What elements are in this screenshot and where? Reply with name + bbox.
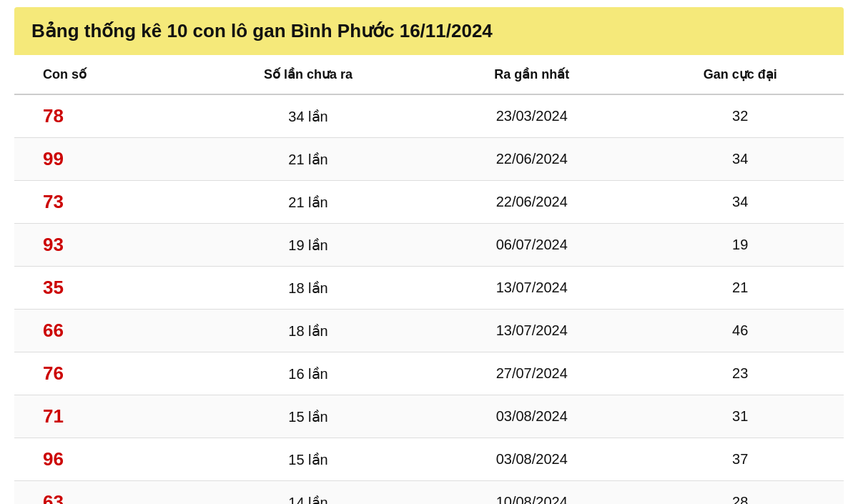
cell-ra-gan: 27/07/2024 [427, 352, 636, 395]
cell-gan-cuc-dai: 46 [636, 310, 844, 352]
table-body: 7834 lần23/03/2024329921 lần22/06/202434… [14, 94, 844, 504]
cell-gan-cuc-dai: 28 [636, 481, 844, 505]
cell-so-lan: 15 lần [189, 395, 427, 438]
cell-ra-gan: 03/08/2024 [427, 438, 636, 481]
table-row: 9615 lần03/08/202437 [14, 438, 844, 481]
cell-gan-cuc-dai: 21 [636, 267, 844, 310]
cell-con-so: 78 [14, 94, 189, 138]
cell-ra-gan: 22/06/2024 [427, 138, 636, 181]
con-so-value: 35 [43, 277, 64, 298]
cell-ra-gan: 22/06/2024 [427, 181, 636, 224]
con-so-value: 71 [43, 405, 64, 427]
cell-so-lan: 18 lần [189, 267, 427, 310]
cell-ra-gan: 13/07/2024 [427, 310, 636, 352]
cell-ra-gan: 13/07/2024 [427, 267, 636, 310]
con-so-value: 63 [43, 491, 64, 504]
header-gan-cuc-dai: Gan cực đại [636, 55, 844, 94]
cell-so-lan: 16 lần [189, 352, 427, 395]
con-so-value: 99 [43, 148, 64, 169]
table-row: 6314 lần10/08/202428 [14, 481, 844, 505]
cell-gan-cuc-dai: 32 [636, 94, 844, 138]
cell-con-so: 73 [14, 181, 189, 224]
con-so-value: 96 [43, 448, 64, 470]
cell-gan-cuc-dai: 31 [636, 395, 844, 438]
cell-so-lan: 14 lần [189, 481, 427, 505]
cell-gan-cuc-dai: 34 [636, 138, 844, 181]
cell-so-lan: 21 lần [189, 138, 427, 181]
table-header-row: Con số Số lần chưa ra Ra gần nhất Gan cự… [14, 55, 844, 94]
con-so-value: 66 [43, 320, 64, 341]
cell-con-so: 35 [14, 267, 189, 310]
main-container: Bảng thống kê 10 con lô gan Bình Phước 1… [14, 7, 844, 504]
cell-ra-gan: 03/08/2024 [427, 395, 636, 438]
cell-con-so: 96 [14, 438, 189, 481]
cell-gan-cuc-dai: 37 [636, 438, 844, 481]
cell-con-so: 71 [14, 395, 189, 438]
cell-so-lan: 15 lần [189, 438, 427, 481]
table-row: 7321 lần22/06/202434 [14, 181, 844, 224]
cell-gan-cuc-dai: 23 [636, 352, 844, 395]
table-row: 7616 lần27/07/202423 [14, 352, 844, 395]
cell-con-so: 76 [14, 352, 189, 395]
cell-so-lan: 19 lần [189, 224, 427, 267]
cell-so-lan: 18 lần [189, 310, 427, 352]
cell-ra-gan: 10/08/2024 [427, 481, 636, 505]
cell-ra-gan: 06/07/2024 [427, 224, 636, 267]
cell-con-so: 93 [14, 224, 189, 267]
table-row: 9319 lần06/07/202419 [14, 224, 844, 267]
stats-table: Con số Số lần chưa ra Ra gần nhất Gan cự… [14, 55, 844, 504]
cell-so-lan: 21 lần [189, 181, 427, 224]
cell-gan-cuc-dai: 19 [636, 224, 844, 267]
con-so-value: 76 [43, 362, 64, 384]
header-ra-gan: Ra gần nhất [427, 55, 636, 94]
header-so-lan: Số lần chưa ra [189, 55, 427, 94]
cell-con-so: 66 [14, 310, 189, 352]
table-row: 7115 lần03/08/202431 [14, 395, 844, 438]
page-title: Bảng thống kê 10 con lô gan Bình Phước 1… [14, 7, 844, 55]
con-so-value: 73 [43, 191, 64, 212]
con-so-value: 78 [43, 105, 64, 127]
table-row: 7834 lần23/03/202432 [14, 94, 844, 138]
table-row: 3518 lần13/07/202421 [14, 267, 844, 310]
cell-con-so: 63 [14, 481, 189, 505]
cell-con-so: 99 [14, 138, 189, 181]
cell-gan-cuc-dai: 34 [636, 181, 844, 224]
cell-so-lan: 34 lần [189, 94, 427, 138]
header-con-so: Con số [14, 55, 189, 94]
table-row: 6618 lần13/07/202446 [14, 310, 844, 352]
con-so-value: 93 [43, 234, 64, 255]
cell-ra-gan: 23/03/2024 [427, 94, 636, 138]
table-row: 9921 lần22/06/202434 [14, 138, 844, 181]
